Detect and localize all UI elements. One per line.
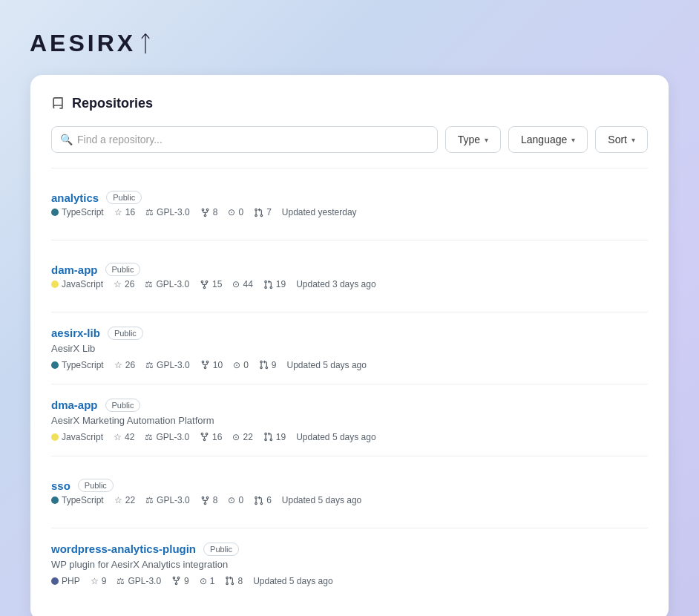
repositories-card: Repositories 🔍 Type ▾ Language ▾ Sort ▾ … xyxy=(30,75,669,616)
repo-description: WP plugin for AesirX Analytics integrati… xyxy=(51,559,514,570)
language-dot xyxy=(51,577,59,585)
sparkline-chart xyxy=(529,254,648,298)
repo-info: dma-app Public AesirX Marketing Automati… xyxy=(51,399,514,442)
repo-name[interactable]: dam-app xyxy=(51,263,98,276)
repo-meta: TypeScript ☆ 26 ⚖ GPL-3.0 10 ⊙ 0 xyxy=(51,360,514,370)
sparkline-chart xyxy=(529,326,648,370)
language-item: TypeScript xyxy=(51,207,104,217)
updated-item: Updated 5 days ago xyxy=(287,360,367,370)
sparkline-svg xyxy=(529,398,648,442)
brand-arrow: ᛏ xyxy=(139,31,155,56)
sparkline-svg xyxy=(529,182,648,226)
pr-icon xyxy=(259,360,269,370)
language-item: JavaScript xyxy=(51,279,103,289)
pr-count: 19 xyxy=(276,432,286,442)
star-icon: ☆ xyxy=(114,207,122,217)
brand-name: AESIRX xyxy=(30,30,136,57)
language-label: TypeScript xyxy=(62,207,104,217)
visibility-badge: Public xyxy=(78,479,114,492)
updated-item: Updated yesterday xyxy=(282,207,357,217)
license-label: GPL-3.0 xyxy=(157,207,190,217)
language-chevron-icon: ▾ xyxy=(571,136,575,144)
issues-count: 22 xyxy=(243,432,252,442)
repo-name[interactable]: wordpress-analytics-plugin xyxy=(51,543,196,555)
language-filter-button[interactable]: Language ▾ xyxy=(508,126,588,153)
issues-icon: ⊙ xyxy=(228,207,235,217)
star-icon: ☆ xyxy=(114,432,122,442)
search-icon: 🔍 xyxy=(60,134,73,145)
forks-item: 8 xyxy=(200,207,218,217)
repo-info: dam-app Public JavaScript ☆ 26 ⚖ GPL-3.0 xyxy=(51,263,514,289)
visibility-badge: Public xyxy=(105,399,141,412)
language-dot xyxy=(51,209,59,216)
repo-item: aesirx-lib Public AesirX Lib TypeScript … xyxy=(51,312,648,384)
issues-item: ⊙ 44 xyxy=(232,279,252,289)
sparkline-chart xyxy=(529,542,648,586)
issues-item: ⊙ 0 xyxy=(228,495,243,505)
visibility-badge: Public xyxy=(105,263,141,276)
star-icon: ☆ xyxy=(114,360,122,370)
page-title: Repositories xyxy=(72,96,153,111)
repo-item: analytics Public TypeScript ☆ 16 ⚖ GPL-3… xyxy=(51,168,648,240)
visibility-badge: Public xyxy=(106,191,142,204)
issues-icon: ⊙ xyxy=(200,576,207,586)
repo-name[interactable]: analytics xyxy=(51,191,99,204)
search-input[interactable] xyxy=(51,126,438,153)
license-label: GPL-3.0 xyxy=(156,432,189,442)
repo-name[interactable]: aesirx-lib xyxy=(51,327,100,339)
visibility-badge: Public xyxy=(108,327,143,340)
card-header: Repositories xyxy=(51,96,648,111)
updated-text: Updated 5 days ago xyxy=(282,495,361,505)
sort-button[interactable]: Sort ▾ xyxy=(595,126,648,153)
type-label: Type xyxy=(458,134,480,145)
repo-name-row: analytics Public xyxy=(51,191,514,204)
forks-item: 8 xyxy=(200,495,218,505)
repo-name-row: dam-app Public xyxy=(51,263,514,276)
pr-count: 19 xyxy=(276,279,286,289)
repo-meta: PHP ☆ 9 ⚖ GPL-3.0 9 ⊙ 1 xyxy=(51,576,514,586)
repo-name[interactable]: sso xyxy=(51,479,70,492)
forks-item: 15 xyxy=(200,279,222,289)
repo-name-row: wordpress-analytics-plugin Public xyxy=(51,543,514,556)
prs-item: 9 xyxy=(259,360,277,370)
prs-item: 6 xyxy=(254,495,272,505)
search-wrapper: 🔍 xyxy=(51,126,438,153)
star-count: 22 xyxy=(125,495,135,505)
repo-meta: JavaScript ☆ 42 ⚖ GPL-3.0 16 ⊙ 22 xyxy=(51,432,514,442)
star-icon: ☆ xyxy=(114,279,122,289)
type-chevron-icon: ▾ xyxy=(485,136,488,144)
license-item: ⚖ GPL-3.0 xyxy=(145,432,189,442)
repo-icon xyxy=(51,97,65,111)
star-icon: ☆ xyxy=(114,495,122,505)
repo-name-row: dma-app Public xyxy=(51,399,514,412)
issues-count: 44 xyxy=(243,279,252,289)
pr-icon xyxy=(254,496,263,505)
pr-count: 7 xyxy=(266,207,272,217)
repo-list: analytics Public TypeScript ☆ 16 ⚖ GPL-3… xyxy=(51,168,648,600)
updated-text: Updated 5 days ago xyxy=(253,576,332,586)
license-item: ⚖ GPL-3.0 xyxy=(145,279,189,289)
updated-text: Updated 5 days ago xyxy=(296,432,375,442)
prs-item: 19 xyxy=(263,279,286,289)
issues-icon: ⊙ xyxy=(228,495,235,505)
issues-count: 0 xyxy=(238,207,243,217)
language-item: PHP xyxy=(51,576,80,586)
updated-item: Updated 3 days ago xyxy=(296,279,375,289)
fork-count: 15 xyxy=(212,279,222,289)
stars-item: ☆ 26 xyxy=(114,360,135,370)
prs-item: 7 xyxy=(254,207,272,217)
license-item: ⚖ GPL-3.0 xyxy=(145,495,190,505)
star-count: 26 xyxy=(125,360,135,370)
repo-description: AesirX Lib xyxy=(51,343,514,354)
language-dot xyxy=(51,433,59,441)
sort-chevron-icon: ▾ xyxy=(631,136,635,144)
updated-item: Updated 5 days ago xyxy=(253,576,332,586)
type-filter-button[interactable]: Type ▾ xyxy=(445,126,501,153)
repo-name[interactable]: dma-app xyxy=(51,399,98,411)
language-item: TypeScript xyxy=(51,360,104,370)
fork-icon xyxy=(200,432,209,442)
fork-icon xyxy=(200,496,210,505)
license-icon: ⚖ xyxy=(145,432,153,442)
sparkline-chart xyxy=(529,182,648,226)
star-icon: ☆ xyxy=(91,576,99,586)
